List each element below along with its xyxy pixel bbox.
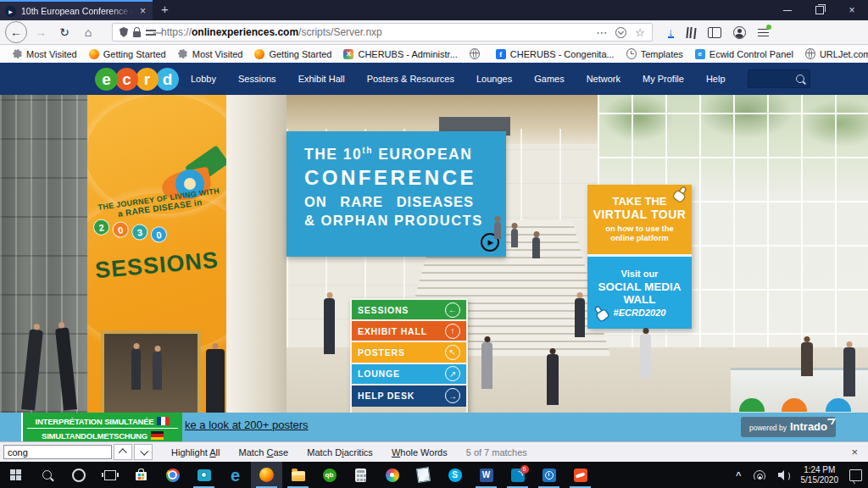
close-button[interactable]: ×: [836, 0, 868, 20]
back-button[interactable]: ←: [5, 21, 27, 43]
taskbar-clock[interactable]: 1:24 PM 5/15/2020: [796, 465, 844, 485]
calculator-button[interactable]: [345, 462, 376, 488]
https-lock-icon[interactable]: [133, 31, 141, 37]
highlight-all-toggle[interactable]: Highlight All: [171, 447, 220, 458]
wayfinder-exhibit-hall[interactable]: EXHIBIT HALL↑: [352, 321, 466, 342]
nav-item-lobby[interactable]: Lobby: [191, 74, 216, 84]
reload-button[interactable]: ↻: [54, 22, 75, 42]
page-actions-icon[interactable]: ⋯: [596, 26, 607, 39]
nav-item-posters-resources[interactable]: Posters & Resources: [367, 74, 454, 84]
file-explorer-button[interactable]: [282, 462, 314, 488]
home-button[interactable]: ⌂: [78, 22, 98, 42]
match-case-toggle[interactable]: Match Case: [239, 447, 289, 458]
chrome-button[interactable]: [157, 462, 188, 488]
account-icon[interactable]: [733, 26, 746, 39]
hero-line3: ON RARE DISEASES: [304, 194, 506, 210]
bookmark-ecwid[interactable]: eEcwid Control Panel: [690, 45, 798, 63]
nav-item-exhibit-hall[interactable]: Exhibit Hall: [298, 74, 345, 84]
firefox-button[interactable]: [251, 462, 282, 488]
url-text[interactable]: https://onlinexperiences.com/scripts/Ser…: [161, 26, 591, 38]
find-input[interactable]: [3, 445, 112, 459]
white-pillar: [226, 95, 287, 413]
site-navbar: e c r d Lobby Sessions Exhibit Hall Post…: [0, 63, 868, 95]
digit-2: 2: [92, 218, 110, 236]
find-next-button[interactable]: [134, 444, 153, 460]
tab-close-icon[interactable]: ×: [138, 3, 147, 19]
nav-item-help[interactable]: Help: [706, 74, 726, 84]
wayfinder-lounge[interactable]: LOUNGE↗: [352, 364, 466, 385]
ecrd-logo[interactable]: e c r d: [97, 68, 179, 91]
url-bar[interactable]: https://onlinexperiences.com/scripts/Ser…: [112, 23, 653, 42]
permissions-icon[interactable]: [146, 28, 156, 36]
media-app-button[interactable]: [376, 462, 408, 488]
match-diacritics-toggle[interactable]: Match Diacritics: [307, 447, 373, 458]
quickbooks-button[interactable]: qb: [314, 462, 345, 488]
capture-app-button[interactable]: [188, 462, 220, 488]
person-on-phone: [206, 349, 225, 413]
action-center-button[interactable]: [843, 462, 868, 488]
timer-app-button[interactable]: [533, 462, 565, 488]
wifi-button[interactable]: [748, 462, 772, 488]
task-view-button[interactable]: [94, 462, 125, 488]
quickbooks-icon: qb: [323, 469, 337, 482]
nav-item-network[interactable]: Network: [587, 74, 620, 84]
skype-button[interactable]: S: [439, 462, 470, 488]
notepad-button[interactable]: [408, 462, 439, 488]
bookmark-most-visited[interactable]: Most Visited: [7, 45, 82, 63]
hero-banner[interactable]: THE 10th EUROPEAN CONFERENCE ON RARE DIS…: [287, 131, 506, 257]
whole-words-toggle[interactable]: Whole Words: [392, 447, 448, 458]
site-search-input[interactable]: [748, 69, 810, 88]
bookmark-urljet[interactable]: URLJet.com - Client Ar...: [800, 45, 868, 63]
restore-button[interactable]: [804, 0, 836, 20]
menu-hamburger-icon[interactable]: [758, 28, 769, 37]
minimize-button[interactable]: [771, 0, 804, 20]
pocket-icon[interactable]: [615, 27, 626, 38]
volume-button[interactable]: [772, 462, 796, 488]
wayfinder-sessions[interactable]: SESSIONS←: [352, 300, 466, 321]
bookmark-cherubs-admin[interactable]: XCHERUBS - Administr...: [338, 45, 462, 63]
bookmark-getting-started[interactable]: Getting Started: [84, 45, 171, 63]
hand-cursor-icon: [592, 303, 612, 323]
microsoft-store-button[interactable]: [125, 462, 157, 488]
foxit-button[interactable]: [565, 462, 596, 488]
bookmark-star-icon[interactable]: ☆: [635, 26, 645, 39]
wayfinder-help-desk[interactable]: HELP DESK→: [352, 385, 466, 407]
forward-button[interactable]: →: [31, 22, 51, 42]
browser-toolbar: ← → ↻ ⌂ https://onlinexperiences.com/scr…: [0, 20, 868, 45]
sidebar-icon[interactable]: [708, 27, 721, 38]
bookmark-templates[interactable]: Templates: [621, 45, 688, 63]
downloads-icon[interactable]: ↓: [668, 27, 674, 38]
social-media-wall-panel[interactable]: Visit our SOCIAL MEDIA WALL #ECRD2020: [587, 254, 692, 329]
nav-item-sessions[interactable]: Sessions: [238, 74, 276, 84]
nav-item-games[interactable]: Games: [534, 74, 564, 84]
find-close-icon[interactable]: ×: [844, 446, 865, 458]
browser-tab[interactable]: ▶ 10th European Conference on R ×: [0, 0, 153, 20]
nav-item-lounges[interactable]: Lounges: [476, 74, 512, 84]
library-icon[interactable]: [686, 27, 696, 38]
taskbar-search-button[interactable]: [31, 462, 63, 488]
wayfinder-posters[interactable]: POSTERS↖: [352, 342, 466, 363]
virtual-tour-banner[interactable]: TAKE THE VIRTUAL TOUR on how to use the …: [587, 185, 692, 329]
start-button[interactable]: [0, 462, 31, 488]
nav-item-my-profile[interactable]: My Profile: [643, 74, 684, 84]
bookmark-getting-started[interactable]: Getting Started: [249, 45, 337, 63]
find-previous-button[interactable]: [114, 444, 132, 460]
take-virtual-tour-panel[interactable]: TAKE THE VIRTUAL TOUR on how to use the …: [587, 185, 692, 254]
tracking-protection-shield-icon[interactable]: [120, 27, 128, 37]
tab-favicon-play-icon: ▶: [5, 6, 16, 17]
person-figure: [481, 342, 492, 389]
wifi-icon: [754, 470, 766, 480]
bookmark-most-visited[interactable]: Most Visited: [173, 45, 248, 63]
bookmark-cherubs-congenital[interactable]: fCHERUBS - Congenita...: [491, 45, 620, 63]
person-figure: [575, 298, 585, 337]
ticker-strip: INTERPRÉTATION SIMULTANÉE SIMULTANDOLMET…: [0, 413, 868, 441]
cortana-button[interactable]: [63, 462, 94, 488]
bookmark-globe[interactable]: [465, 45, 489, 63]
posters-ticker-link[interactable]: ke a look at 200+ posters: [185, 419, 309, 431]
tray-overflow-chevron-icon[interactable]: ^: [730, 462, 747, 488]
new-tab-button[interactable]: +: [153, 0, 177, 20]
ringcentral-button[interactable]: [502, 462, 533, 488]
edge-button[interactable]: e: [220, 462, 251, 488]
hero-line4: & ORPHAN PRODUCTS: [304, 213, 506, 229]
word-button[interactable]: W: [470, 462, 502, 488]
